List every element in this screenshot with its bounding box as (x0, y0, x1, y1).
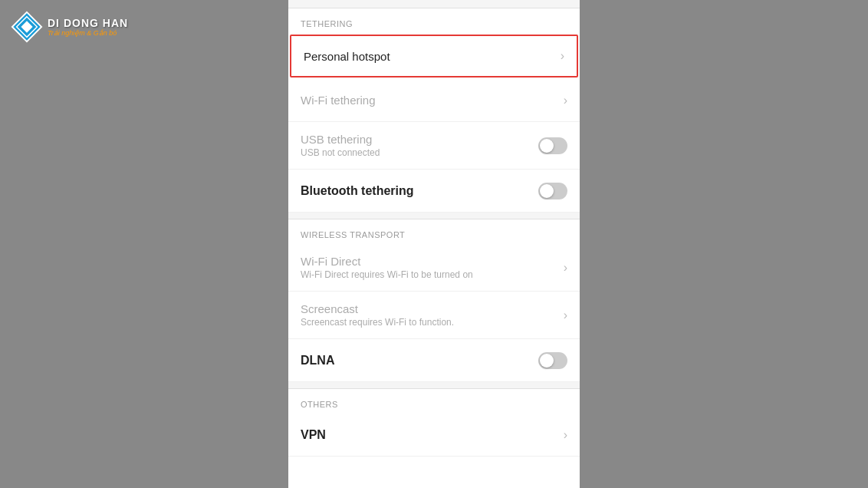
background-left: DI DONG HAN Trải nghiệm & Gắn bó (0, 0, 288, 488)
personal-hotspot-item[interactable]: Personal hotspot › (290, 35, 578, 77)
dlna-toggle[interactable] (538, 352, 567, 369)
wifi-tethering-title: Wi-Fi tethering (301, 94, 557, 107)
logo-name: DI DONG HAN (48, 17, 128, 29)
dlna-title: DLNA (301, 354, 532, 368)
vpn-item[interactable]: VPN › (288, 414, 580, 457)
wifi-direct-content: Wi-Fi Direct Wi-Fi Direct requires Wi-Fi… (301, 255, 557, 280)
tethering-section-header: TETHERING (288, 8, 580, 33)
usb-tethering-title: USB tethering (301, 133, 532, 146)
screencast-chevron-icon: › (564, 308, 567, 322)
wifi-direct-subtitle: Wi-Fi Direct requires Wi-Fi to be turned… (301, 269, 557, 280)
wifi-tethering-item[interactable]: Wi-Fi tethering › (288, 79, 580, 122)
screencast-title: Screencast (301, 302, 557, 315)
screencast-subtitle: Screencast requires Wi-Fi to function. (301, 317, 557, 328)
wifi-direct-chevron-icon: › (564, 261, 567, 275)
wifi-direct-item[interactable]: Wi-Fi Direct Wi-Fi Direct requires Wi-Fi… (288, 244, 580, 292)
personal-hotspot-content: Personal hotspot (304, 50, 554, 63)
personal-hotspot-title: Personal hotspot (304, 50, 554, 63)
bluetooth-tethering-title: Bluetooth tethering (301, 184, 532, 198)
section-gap-1 (288, 213, 580, 219)
logo-diamond-icon (11, 11, 43, 43)
others-section-header: Others (288, 389, 580, 414)
usb-tethering-item[interactable]: USB tethering USB not connected (288, 122, 580, 170)
top-bar (288, 0, 580, 8)
usb-tethering-content: USB tethering USB not connected (301, 133, 532, 158)
vpn-chevron-icon: › (564, 428, 567, 442)
wifi-direct-title: Wi-Fi Direct (301, 255, 557, 268)
logo-tagline: Trải nghiệm & Gắn bó (48, 29, 128, 37)
wifi-tethering-content: Wi-Fi tethering (301, 94, 557, 107)
bluetooth-tethering-content: Bluetooth tethering (301, 184, 532, 198)
phone-panel: TETHERING Personal hotspot › Wi-Fi tethe… (288, 0, 580, 488)
settings-list: TETHERING Personal hotspot › Wi-Fi tethe… (288, 0, 580, 488)
background-right (580, 0, 868, 488)
personal-hotspot-chevron-icon: › (561, 49, 564, 63)
wifi-tethering-chevron-icon: › (564, 94, 567, 107)
screencast-content: Screencast Screencast requires Wi-Fi to … (301, 302, 557, 328)
usb-tethering-subtitle: USB not connected (301, 147, 532, 158)
wireless-transport-section-header: WIRELESS TRANSPORT (288, 219, 580, 244)
vpn-content: VPN (301, 428, 557, 442)
logo: DI DONG HAN Trải nghiệm & Gắn bó (11, 11, 128, 43)
vpn-title: VPN (301, 428, 557, 442)
screencast-item[interactable]: Screencast Screencast requires Wi-Fi to … (288, 292, 580, 339)
logo-text: DI DONG HAN Trải nghiệm & Gắn bó (48, 17, 128, 37)
bluetooth-tethering-item[interactable]: Bluetooth tethering (288, 170, 580, 213)
dlna-content: DLNA (301, 354, 532, 368)
dlna-item[interactable]: DLNA (288, 339, 580, 382)
usb-tethering-toggle[interactable] (538, 137, 567, 154)
bluetooth-tethering-toggle[interactable] (538, 183, 567, 199)
section-gap-2 (288, 382, 580, 388)
